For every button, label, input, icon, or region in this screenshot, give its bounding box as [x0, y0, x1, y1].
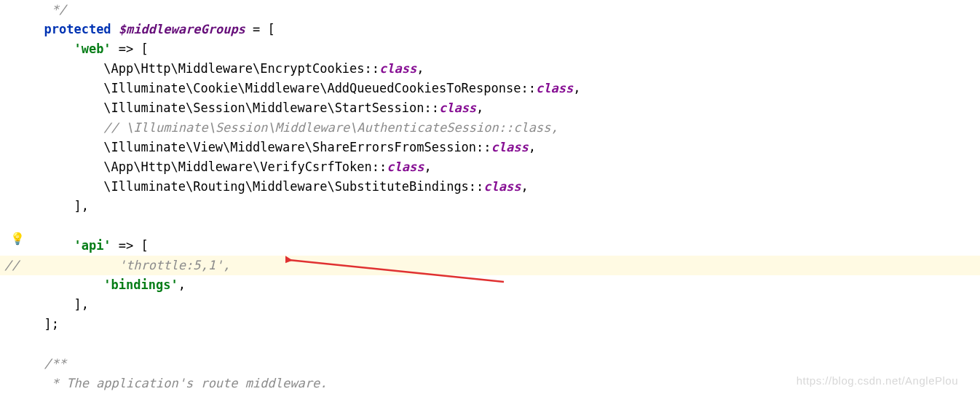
token-kw: protected	[44, 20, 111, 39]
token-cls: class	[483, 177, 521, 197]
code-line[interactable]: */	[29, 0, 980, 20]
token-cls: class	[439, 98, 476, 118]
code-line[interactable]: \App\Http\Middleware\VerifyCsrfToken::cl…	[29, 157, 980, 177]
token-cls: class	[379, 59, 416, 79]
token-plain: ],	[29, 197, 89, 216]
token-plain	[111, 20, 119, 39]
token-plain: = [	[245, 20, 275, 39]
code-line[interactable]: protected $middlewareGroups = [	[29, 20, 980, 39]
code-line[interactable]: ];	[29, 315, 980, 334]
code-line[interactable]: 'web' => [	[29, 39, 980, 59]
token-plain: ,	[476, 98, 483, 118]
token-plain	[29, 39, 74, 59]
token-plain	[29, 275, 103, 295]
code-line[interactable]	[29, 216, 980, 236]
code-line[interactable]: \App\Http\Middleware\EncryptCookies::cla…	[29, 59, 980, 79]
token-plain: ,	[178, 275, 186, 295]
code-line[interactable]: \Illuminate\Session\Middleware\StartSess…	[29, 98, 980, 118]
code-line[interactable]: // \Illuminate\Session\Middleware\Authen…	[29, 118, 980, 138]
intention-bulb-icon[interactable]: 💡	[10, 232, 25, 245]
code-line[interactable]: ],	[29, 197, 980, 216]
token-plain	[29, 236, 74, 256]
token-cls: class	[387, 157, 424, 177]
line-comment-marker: //	[4, 256, 19, 275]
token-str: 'web'	[74, 39, 111, 59]
token-var: $middlewareGroups	[119, 20, 245, 39]
code-line[interactable]: 'bindings',	[29, 275, 980, 295]
code-line[interactable]: \Illuminate\Cookie\Middleware\AddQueuedC…	[29, 79, 980, 98]
token-str: 'bindings'	[103, 275, 178, 295]
token-plain: ,	[521, 177, 529, 197]
gutter: 💡	[0, 0, 29, 394]
token-comment: // \Illuminate\Session\Middleware\Authen…	[103, 118, 558, 138]
token-doc: */	[29, 0, 66, 20]
token-plain: \Illuminate\View\Middleware\ShareErrorsF…	[29, 138, 491, 157]
code-line[interactable]: \Illuminate\Routing\Middleware\Substitut…	[29, 177, 980, 197]
token-plain: \Illuminate\Routing\Middleware\Substitut…	[29, 177, 483, 197]
token-plain: ,	[573, 79, 580, 98]
token-plain	[29, 118, 103, 138]
token-plain	[29, 20, 44, 39]
code-line[interactable]	[29, 334, 980, 354]
watermark: https://blog.csdn.net/AnglePlou	[797, 374, 958, 387]
token-comment: 'throttle:5,1',	[119, 256, 231, 275]
token-plain: ,	[424, 157, 431, 177]
token-plain: \App\Http\Middleware\EncryptCookies::	[29, 59, 379, 79]
token-plain: ,	[529, 138, 536, 157]
code-line[interactable]: ],	[29, 295, 980, 315]
token-plain: => [	[111, 236, 149, 256]
code-editor[interactable]: 💡 */ protected $middlewareGroups = [ 'we…	[0, 0, 980, 394]
token-plain: ],	[29, 295, 89, 315]
code-line[interactable]: \Illuminate\View\Middleware\ShareErrorsF…	[29, 138, 980, 157]
token-doc: /**	[29, 354, 66, 374]
code-line[interactable]: /**	[29, 354, 980, 374]
token-doc: * The application's route middleware.	[29, 374, 327, 393]
token-plain: ];	[29, 315, 59, 334]
token-plain: => [	[111, 39, 149, 59]
token-str: 'api'	[74, 236, 111, 256]
code-line[interactable]: 'api' => [	[29, 236, 980, 256]
token-cls: class	[491, 138, 529, 157]
token-plain	[29, 256, 119, 275]
code-area[interactable]: */ protected $middlewareGroups = [ 'web'…	[29, 0, 980, 394]
token-cls: class	[536, 79, 573, 98]
code-line[interactable]: // 'throttle:5,1',	[29, 256, 980, 275]
token-plain: \Illuminate\Cookie\Middleware\AddQueuedC…	[29, 79, 536, 98]
token-plain: ,	[416, 59, 424, 79]
token-plain: \App\Http\Middleware\VerifyCsrfToken::	[29, 157, 387, 177]
token-plain: \Illuminate\Session\Middleware\StartSess…	[29, 98, 439, 118]
